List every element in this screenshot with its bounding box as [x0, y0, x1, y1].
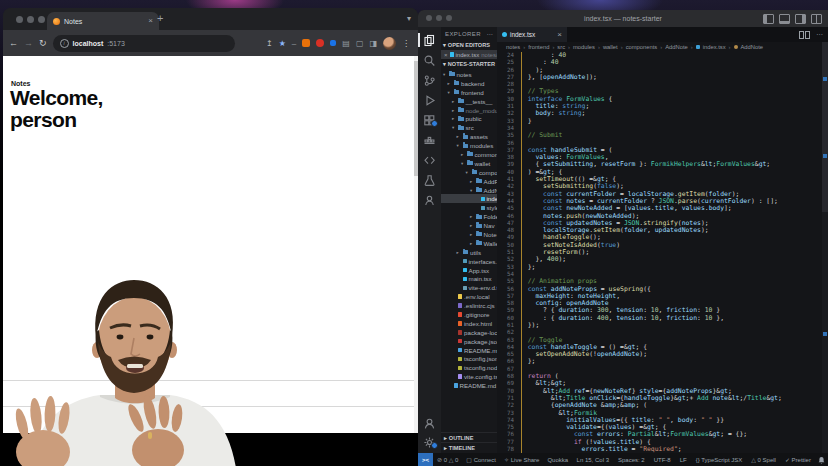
- tree-folder-wallet[interactable]: ▾wallet: [441, 159, 497, 168]
- status-remote-indicator[interactable]: ><: [418, 453, 433, 466]
- status-language-mode[interactable]: {} TypeScript JSX: [691, 457, 747, 463]
- browser-tab[interactable]: Notes ×: [47, 12, 159, 30]
- breadcrumb-item[interactable]: AddNote: [741, 44, 764, 50]
- address-bar[interactable]: i localhost :5173: [53, 35, 235, 52]
- activity-explorer-icon[interactable]: [418, 32, 441, 48]
- tree-folder-Note[interactable]: ▸Note: [441, 230, 497, 239]
- window-close-button[interactable]: [16, 16, 23, 23]
- tree-folder-frontend[interactable]: ▾frontend: [441, 88, 497, 97]
- tree-file-README.md[interactable]: README.md: [441, 346, 497, 355]
- tree-file-vite-env.d.ts[interactable]: vite-env.d.ts: [441, 283, 497, 292]
- status-problems[interactable]: ⊘ 0 △ 0: [433, 456, 462, 463]
- activity-source-control-icon[interactable]: [418, 72, 441, 88]
- status-spell-checker[interactable]: △ 0 Spell: [747, 456, 781, 463]
- window-zoom-button[interactable]: [38, 16, 45, 23]
- tree-file-tsconfig.node...[interactable]: tsconfig.node...: [441, 363, 497, 372]
- share-icon[interactable]: ↥: [266, 39, 273, 48]
- tree-file-.gitignore[interactable]: .gitignore: [441, 310, 497, 319]
- extension-dash-icon[interactable]: –: [292, 39, 296, 48]
- bookmark-star-icon[interactable]: ★: [279, 39, 286, 48]
- breadcrumb-item[interactable]: frontend: [528, 44, 549, 50]
- tree-folder-node_modules[interactable]: ▸node_modules: [441, 106, 497, 115]
- tree-folder-src[interactable]: ▾src: [441, 123, 497, 132]
- code-content[interactable]: : 40 : 40 ); }, [openAddNote]); // Types…: [520, 52, 822, 453]
- activity-live-share-icon[interactable]: [418, 192, 441, 208]
- toggle-secondary-sidebar-icon[interactable]: [795, 14, 806, 24]
- tree-file-.eslintrc.cjs[interactable]: .eslintrc.cjs: [441, 301, 497, 310]
- code-line[interactable]: }, 400);: [520, 256, 822, 263]
- tree-file-tsconfig.json[interactable]: tsconfig.json: [441, 355, 497, 364]
- toggle-sidebar-icon[interactable]: [763, 14, 774, 24]
- tab-close-icon[interactable]: ×: [148, 17, 153, 25]
- code-line[interactable]: });: [520, 322, 822, 329]
- activity-settings-icon[interactable]: [418, 434, 441, 450]
- bell-icon[interactable]: [818, 456, 825, 464]
- window-minimize-button[interactable]: [436, 15, 442, 21]
- back-button[interactable]: ←: [9, 39, 18, 48]
- status-live-share[interactable]: ✧ Live Share: [500, 456, 543, 463]
- code-line[interactable]: : 40: [520, 59, 822, 66]
- code-line[interactable]: };: [520, 264, 822, 271]
- breadcrumb-item[interactable]: components: [626, 44, 658, 50]
- tree-file-index.html[interactable]: index.html: [441, 319, 497, 328]
- tree-folder-utils[interactable]: ▸utils: [441, 248, 497, 257]
- extension-panel-icon[interactable]: ◨: [369, 39, 377, 48]
- timeline-section[interactable]: ▸ TIMELINE: [441, 442, 497, 453]
- tree-folder-modules[interactable]: ▾modules: [441, 141, 497, 150]
- code-line[interactable]: : 40: [520, 52, 822, 59]
- site-info-icon[interactable]: i: [60, 39, 69, 48]
- extension-frame-icon[interactable]: ▢: [356, 39, 364, 48]
- code-line[interactable]: [520, 125, 822, 132]
- open-editor-item[interactable]: × index.tsx notes/fro…: [441, 50, 497, 59]
- open-editors-section[interactable]: ▾ OPEN EDITORS: [441, 40, 497, 50]
- code-line[interactable]: }: [520, 118, 822, 125]
- toggle-panel-icon[interactable]: [779, 14, 790, 24]
- breadcrumb-item[interactable]: index.tsx: [703, 44, 726, 50]
- extension-orange-icon[interactable]: [302, 39, 310, 47]
- breadcrumb-item[interactable]: modules: [573, 44, 595, 50]
- breadcrumb-item[interactable]: notes: [506, 44, 520, 50]
- split-editor-icon[interactable]: [799, 31, 810, 39]
- tree-folder-assets[interactable]: ▸assets: [441, 132, 497, 141]
- extension-blue-icon[interactable]: [330, 40, 336, 46]
- status-encoding[interactable]: UTF-8: [649, 457, 675, 463]
- tree-file-vite.config.ts[interactable]: vite.config.ts: [441, 372, 497, 381]
- window-close-button[interactable]: [426, 15, 432, 21]
- activity-docker-icon[interactable]: [418, 132, 441, 148]
- code-line[interactable]: body: string;: [520, 110, 822, 117]
- tree-folder-AddNote[interactable]: ▾AddNote: [441, 186, 497, 195]
- status-cursor-position[interactable]: Ln 15, Col 3: [572, 457, 613, 463]
- status-connect[interactable]: ▢ Connect: [462, 456, 500, 463]
- tree-file-README.md[interactable]: README.md: [441, 381, 497, 390]
- forward-button[interactable]: →: [24, 39, 33, 48]
- tree-folder-public[interactable]: ▸public: [441, 114, 497, 123]
- status-prettier[interactable]: ✓ Prettier: [780, 456, 815, 463]
- tree-file-App.tsx[interactable]: App.tsx: [441, 266, 497, 275]
- customize-layout-icon[interactable]: [811, 14, 822, 24]
- code-line[interactable]: : { duration: 400, tension: 10, friction…: [520, 315, 822, 322]
- activity-search-icon[interactable]: [418, 52, 441, 68]
- extension-stack-icon[interactable]: ▤: [342, 39, 350, 48]
- tree-file-index.tsx[interactable]: index.tsx: [441, 194, 497, 203]
- code-line[interactable]: setOpenAddNote(!openAddNote);: [520, 351, 822, 358]
- new-tab-button[interactable]: +: [157, 13, 163, 24]
- editor-more-icon[interactable]: ⋯: [816, 31, 823, 39]
- tree-file-interfaces...[interactable]: interfaces...: [441, 257, 497, 266]
- tree-folder-Folder[interactable]: ▸Folder: [441, 212, 497, 221]
- code-line[interactable]: errors.title = "Required";: [520, 446, 822, 453]
- breadcrumb-item[interactable]: wallet: [603, 44, 618, 50]
- tree-folder-notes[interactable]: ▾notes: [441, 70, 497, 79]
- code-line[interactable]: [520, 81, 822, 88]
- activity-account-icon[interactable]: [418, 415, 441, 431]
- code-line[interactable]: [520, 329, 822, 336]
- close-icon[interactable]: ×: [444, 52, 448, 58]
- code-editor[interactable]: 2425262728293031323334353637383940414243…: [497, 52, 822, 453]
- tree-folder-Wallet[interactable]: ▸Wallet: [441, 239, 497, 248]
- breadcrumb-item[interactable]: AddNote: [665, 44, 688, 50]
- tree-folder-compone...[interactable]: ▾compone...: [441, 168, 497, 177]
- status-eol[interactable]: LF: [675, 457, 691, 463]
- tree-folder-common[interactable]: ▸common: [441, 150, 497, 159]
- project-section[interactable]: ▾ NOTES-STARTER: [441, 59, 497, 69]
- tree-folder-__tests__[interactable]: ▸__tests__: [441, 97, 497, 106]
- profile-avatar[interactable]: [383, 37, 396, 50]
